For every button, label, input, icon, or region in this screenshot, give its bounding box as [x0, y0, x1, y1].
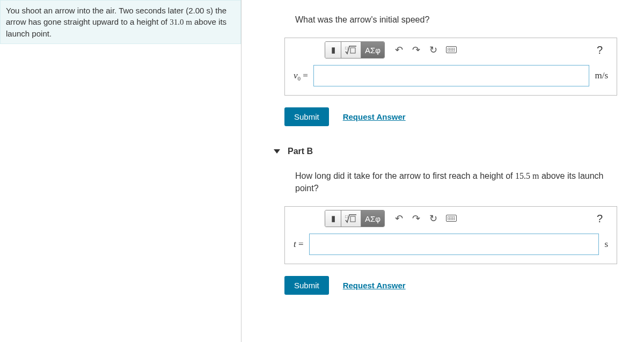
part-a-submit-button[interactable]: Submit: [284, 107, 329, 126]
keyboard-icon: [446, 215, 457, 222]
problem-distance: 31.0 m: [170, 18, 192, 26]
part-b-request-answer-link[interactable]: Request Answer: [343, 281, 406, 290]
part-b-question: How long did it take for the arrow to fi…: [247, 156, 639, 201]
part-b-title: Part B: [288, 147, 313, 156]
part-a-answer-panel: ▮ □ ΑΣφ ↶ ↷ ↻ ? v0 = m/s: [284, 38, 617, 96]
keyboard-button[interactable]: [442, 42, 461, 58]
part-b-toolbar: ▮ □ ΑΣφ ↶ ↷ ↻ ?: [285, 207, 617, 228]
undo-button[interactable]: ↶: [390, 210, 407, 227]
templates-button[interactable]: ▮: [325, 42, 341, 58]
keyboard-icon: [446, 46, 457, 53]
sqrt-button[interactable]: □: [341, 210, 361, 227]
problem-statement: You shoot an arrow into the air. Two sec…: [0, 0, 241, 44]
part-a-toolbar: ▮ □ ΑΣφ ↶ ↷ ↻ ?: [285, 38, 617, 60]
sqrt-icon: □: [345, 45, 357, 55]
part-b-header[interactable]: Part B: [247, 126, 639, 156]
redo-button[interactable]: ↷: [407, 210, 425, 227]
part-b-submit-button[interactable]: Submit: [284, 276, 329, 295]
part-b-answer-input[interactable]: [309, 234, 599, 255]
part-a-request-answer-link[interactable]: Request Answer: [343, 112, 406, 121]
svg-text:□: □: [345, 46, 348, 50]
chevron-down-icon: [274, 149, 280, 154]
part-b-variable-label: t =: [294, 239, 304, 250]
part-a-answer-input[interactable]: [313, 65, 590, 86]
svg-text:□: □: [345, 214, 348, 219]
help-button[interactable]: ?: [592, 212, 611, 226]
part-b-answer-panel: ▮ □ ΑΣφ ↶ ↷ ↻ ? t = s: [284, 206, 617, 264]
sqrt-button[interactable]: □: [341, 42, 361, 58]
templates-icon: ▮: [331, 45, 335, 55]
redo-button[interactable]: ↷: [407, 42, 425, 58]
sqrt-icon: □: [345, 214, 357, 223]
part-a-variable-label: v0 =: [294, 70, 308, 82]
svg-rect-1: [350, 48, 355, 53]
greek-button[interactable]: ΑΣφ: [361, 42, 384, 58]
keyboard-button[interactable]: [442, 211, 461, 227]
greek-button[interactable]: ΑΣφ: [361, 210, 384, 227]
help-button[interactable]: ?: [592, 43, 611, 57]
part-b-unit: s: [604, 239, 608, 250]
templates-button[interactable]: ▮: [325, 210, 341, 227]
part-a-unit: m/s: [595, 70, 608, 81]
reset-button[interactable]: ↻: [425, 42, 442, 58]
reset-button[interactable]: ↻: [425, 210, 442, 227]
undo-button[interactable]: ↶: [390, 42, 407, 58]
part-a-question: What was the arrow's initial speed?: [247, 0, 639, 32]
templates-icon: ▮: [331, 214, 335, 223]
svg-rect-3: [350, 216, 355, 222]
